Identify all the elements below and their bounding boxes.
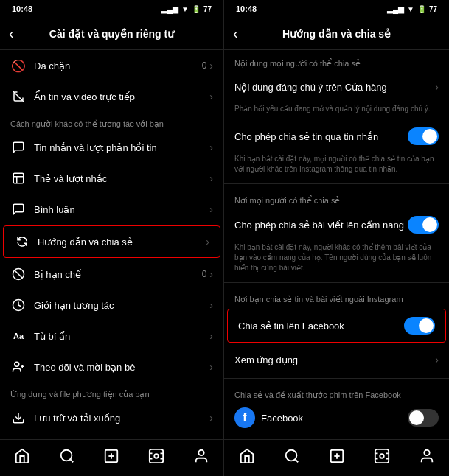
- noi-dung-dang-chu-y-label: Nội dung đáng chú ý trên Cửa hàng: [234, 82, 435, 93]
- menu-item-huong-dan[interactable]: Hướng dẫn và chia sẻ ›: [3, 225, 220, 258]
- luu-tru-icon: [10, 410, 27, 426]
- cho-phep-tin-nhan-toggle[interactable]: [408, 127, 439, 145]
- menu-item-luu-tru[interactable]: Lưu trữ và tải xuống ›: [0, 402, 223, 433]
- svg-line-3: [15, 270, 23, 279]
- battery-level: 77: [203, 5, 212, 13]
- menu-item-binh-luan[interactable]: Bình luận ›: [0, 194, 223, 225]
- tu-bi-an-chevron: ›: [209, 330, 213, 342]
- svg-line-10: [70, 459, 73, 462]
- huong-dan-label: Hướng dẫn và chia sẻ: [38, 237, 206, 248]
- right-back-button[interactable]: ‹: [233, 25, 238, 42]
- xem-ung-dung-label: Xem ứng dụng: [234, 354, 435, 365]
- right-signal-icon: ▂▄▆: [387, 5, 404, 13]
- da-chan-right: 0 ›: [202, 60, 213, 71]
- left-nav-reels[interactable]: [142, 446, 171, 471]
- menu-item-tin-nhan[interactable]: Tin nhắn và lượt phản hồi tin ›: [0, 132, 223, 163]
- svg-point-9: [61, 450, 72, 461]
- left-scroll-content: 🚫 Đã chặn 0 › Ẩn tin và video trực tiếp …: [0, 50, 223, 439]
- luu-tru-chevron: ›: [209, 412, 213, 424]
- da-chan-badge: 0: [202, 60, 207, 71]
- bi-han-che-chevron: ›: [209, 268, 213, 280]
- tu-bi-an-icon: Aa: [10, 328, 27, 344]
- right-status-icons: ▂▄▆ ▼ 🔋 77: [387, 5, 437, 13]
- right-battery-level: 77: [429, 5, 437, 13]
- the-luot-icon: [10, 170, 27, 186]
- binh-luan-icon: [10, 201, 27, 217]
- search-icon: [59, 448, 75, 468]
- bi-han-che-right: 0 ›: [202, 268, 213, 280]
- section-noi-moi-nguoi: Nơi mọi người có thể chia sẻ: [224, 187, 449, 209]
- left-nav-search[interactable]: [52, 446, 82, 471]
- menu-item-tu-bi-an[interactable]: Aa Từ bí ẩn ›: [0, 321, 223, 351]
- menu-cho-phep-tin-nhan[interactable]: Cho phép chia sẻ tin qua tin nhắn: [224, 120, 449, 153]
- huong-dan-icon: [14, 234, 30, 250]
- gioi-han-label: Giới hạn tương tác: [34, 300, 209, 311]
- facebook-reels-toggle[interactable]: [408, 409, 439, 427]
- left-phone-panel: 10:48 ▂▄▆ ▼ 🔋 77 ‹ Cài đặt và quyền riên…: [0, 0, 224, 476]
- right-reels-icon: [374, 448, 390, 468]
- right-nav-profile[interactable]: [412, 446, 442, 471]
- right-header: ‹ Hướng dẫn và chia sẻ: [224, 18, 449, 50]
- cho-phep-cam-nang-desc: Khi bạn bật cài đặt này, người khác có t…: [224, 241, 449, 279]
- da-chan-icon: 🚫: [10, 57, 27, 74]
- svg-point-24: [424, 450, 429, 455]
- menu-item-the-luot[interactable]: Thẻ và lượt nhắc ›: [0, 163, 223, 194]
- chia-se-facebook-label: Chia sẻ tin lên Facebook: [238, 321, 404, 332]
- tin-nhan-right: ›: [209, 141, 213, 153]
- right-nav-search[interactable]: [277, 446, 307, 471]
- menu-item-bi-han-che[interactable]: Bị hạn chế 0 ›: [0, 259, 223, 290]
- luu-tru-right: ›: [209, 412, 213, 424]
- left-status-icons: ▂▄▆ ▼ 🔋 77: [161, 5, 212, 13]
- noi-dung-desc: Phản hồi yêu cầu đang mở và quản lý nội …: [224, 102, 449, 120]
- left-time: 10:48: [12, 4, 32, 13]
- bi-han-che-label: Bị hạn chế: [34, 269, 202, 280]
- battery-icon: 🔋: [192, 5, 201, 13]
- menu-cho-phep-cam-nang[interactable]: Cho phép chia sẻ bài viết lên cẩm nang: [224, 209, 449, 241]
- gioi-han-right: ›: [209, 299, 213, 311]
- home-icon: [14, 448, 30, 468]
- binh-luan-label: Bình luận: [34, 204, 209, 215]
- menu-item-gioi-han[interactable]: Giới hạn tương tác ›: [0, 290, 223, 321]
- cho-phep-tin-nhan-label: Cho phép chia sẻ tin qua tin nhắn: [234, 131, 408, 142]
- right-nav-home[interactable]: [232, 446, 262, 471]
- right-home-icon: [239, 448, 255, 468]
- bi-han-che-icon: [10, 266, 27, 282]
- toggle-knob-3: [419, 318, 434, 333]
- left-nav-home[interactable]: [7, 446, 37, 471]
- add-icon: [103, 448, 119, 468]
- menu-chia-se-facebook[interactable]: Chia sẻ tin lên Facebook: [227, 309, 446, 343]
- an-tin-right: ›: [209, 91, 213, 102]
- left-header-title: Cài đặt và quyền riêng tư: [9, 28, 215, 40]
- left-status-bar: 10:48 ▂▄▆ ▼ 🔋 77: [0, 0, 223, 18]
- menu-noi-dung-dang-chu-y[interactable]: Nội dung đáng chú ý trên Cửa hàng ›: [224, 71, 449, 102]
- left-nav-add[interactable]: [97, 446, 126, 471]
- right-phone-panel: 10:48 ▂▄▆ ▼ 🔋 77 ‹ Hướng dẫn và chia sẻ …: [224, 0, 449, 476]
- tu-bi-an-right: ›: [209, 330, 213, 342]
- binh-luan-chevron: ›: [209, 203, 213, 215]
- noi-dung-chevron: ›: [435, 81, 439, 93]
- left-nav-profile[interactable]: [187, 446, 216, 471]
- menu-item-theo-doi[interactable]: Theo dõi và mời bạn bè ›: [0, 351, 223, 382]
- da-chan-label: Đã chặn: [34, 60, 202, 71]
- huong-dan-right: ›: [206, 236, 209, 248]
- right-nav-add[interactable]: [322, 446, 352, 471]
- divider-2: [224, 282, 449, 283]
- menu-item-da-chan[interactable]: 🚫 Đã chặn 0 ›: [0, 50, 223, 81]
- an-tin-icon: [10, 88, 27, 105]
- right-header-title: Hướng dẫn và chia sẻ: [233, 28, 440, 40]
- left-back-button[interactable]: ‹: [9, 25, 14, 42]
- cho-phep-cam-nang-toggle[interactable]: [408, 216, 439, 234]
- right-bottom-nav: [224, 439, 449, 476]
- tin-nhan-chevron: ›: [209, 141, 213, 153]
- section-de-xuat: Chia sẻ và đề xuất thước phim trên Faceb…: [224, 382, 449, 403]
- right-nav-reels[interactable]: [367, 446, 397, 471]
- bi-han-che-badge: 0: [202, 269, 207, 279]
- chia-se-facebook-toggle[interactable]: [404, 317, 435, 335]
- theo-doi-chevron: ›: [209, 361, 213, 373]
- menu-item-an-tin[interactable]: Ẩn tin và video trực tiếp ›: [0, 81, 223, 112]
- cho-phep-tin-nhan-desc: Khi bạn bật cài đặt này, mọi người có th…: [224, 153, 449, 181]
- menu-xem-ung-dung[interactable]: Xem ứng dụng ›: [224, 344, 449, 375]
- section-tuong-tac: Cách người khác có thể tương tác với bạn: [0, 112, 223, 132]
- the-luot-chevron: ›: [209, 172, 213, 184]
- xem-ung-dung-chevron: ›: [435, 354, 439, 365]
